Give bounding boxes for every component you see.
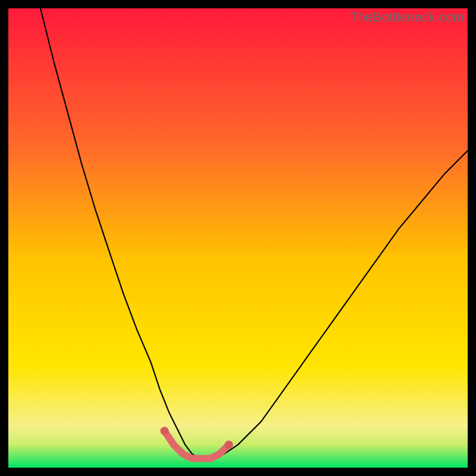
gradient-background — [8, 8, 468, 468]
chart-frame: TheBottleneck.com — [0, 0, 476, 476]
band-end-dot — [161, 427, 169, 435]
band-end-dot — [225, 440, 233, 449]
watermark-text: TheBottleneck.com — [350, 10, 464, 25]
bottleneck-chart — [8, 8, 468, 468]
plot-area — [8, 8, 468, 468]
